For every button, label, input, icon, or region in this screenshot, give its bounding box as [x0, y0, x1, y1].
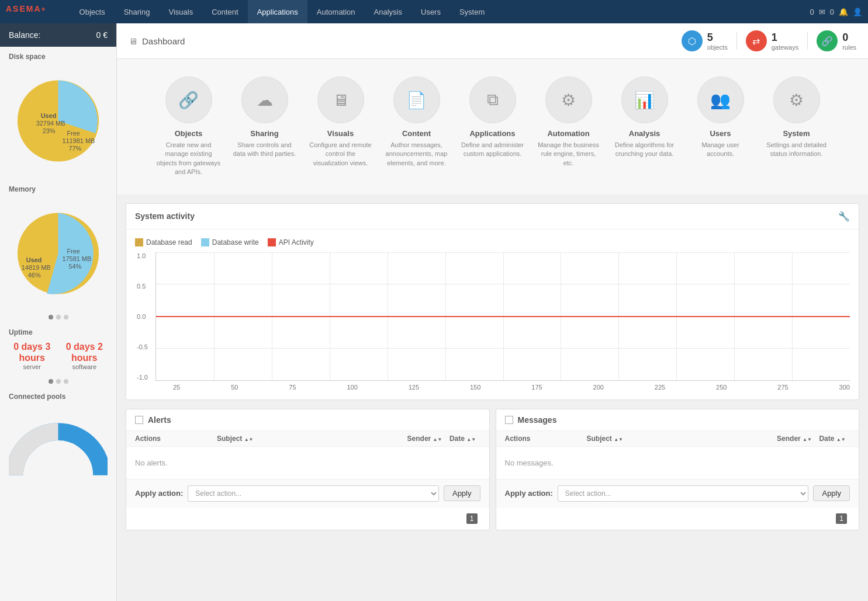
dot-3[interactable] [64, 315, 68, 319]
grid-line-5 [156, 380, 850, 381]
gateways-count: 1 [772, 32, 798, 44]
icon-sharing[interactable]: ☁ Sharing Share controls and data with t… [233, 77, 297, 177]
nav-users[interactable]: Users [411, 0, 450, 23]
x-label-250: 250 [716, 384, 727, 391]
nav-right: 0 ✉ 0 🔔 👤 [810, 8, 862, 16]
svg-text:111981 MB: 111981 MB [62, 137, 95, 144]
dot-1[interactable] [49, 315, 53, 319]
wrench-icon[interactable]: 🔧 [838, 211, 850, 222]
disk-pie-container: Used 32794 MB 23% Free 111981 MB 77% [9, 65, 108, 176]
y-label-3: 0.0 [137, 313, 148, 320]
icon-system[interactable]: ⚙ System Settings and detailed status in… [765, 77, 829, 177]
messages-apply-button[interactable]: Apply [813, 485, 850, 501]
messages-sort-arrows[interactable]: ▲▼ [614, 437, 623, 442]
rules-icon: 🔗 [817, 30, 838, 51]
objects-icon: ⬡ [682, 30, 703, 51]
messages-checkbox[interactable] [505, 416, 513, 424]
alerts-col-subject-text: Subject [217, 435, 242, 443]
alerts-sender-sort[interactable]: ▲▼ [433, 437, 442, 442]
user-icon[interactable]: 👤 [853, 8, 862, 16]
dot-5[interactable] [56, 379, 61, 384]
svg-text:54%: 54% [68, 263, 81, 270]
y-label-4: -0.5 [137, 343, 148, 350]
memory-title: Memory [9, 185, 108, 193]
alerts-action-select[interactable]: Select action... [188, 485, 439, 502]
uptime-row: 0 days 3 hours server 0 days 2 hours sof… [9, 341, 108, 370]
svg-text:46%: 46% [28, 272, 41, 279]
dashboard-title: 🖥 Dashboard [129, 36, 185, 46]
icon-analysis[interactable]: 📊 Analysis Define algorithms for crunchi… [613, 77, 677, 177]
stat-objects: ⬡ 5 objects [682, 30, 728, 51]
system-circle-icon: ⚙ [773, 77, 820, 123]
software-uptime-line1: 0 days 2 [61, 341, 108, 352]
nav-messages-count: 0 [810, 8, 814, 16]
messages-apply-row: Apply action: Select action... Apply [496, 479, 859, 508]
alerts-date-sort[interactable]: ▲▼ [466, 437, 476, 442]
sidebar-pagination-1 [0, 312, 116, 322]
pools-pie-container [9, 405, 108, 487]
system-icon-desc: Settings and detailed status information… [765, 141, 829, 159]
nav-visuals[interactable]: Visuals [159, 0, 202, 23]
icon-applications[interactable]: ⧉ Applications Define and administer cus… [461, 77, 525, 177]
messages-sender-sort[interactable]: ▲▼ [803, 437, 812, 442]
alerts-col-subject: Subject ▲▼ [217, 435, 404, 443]
legend-db-read-color [135, 238, 143, 246]
legend-db-write-color [201, 238, 209, 246]
pools-chart [9, 411, 108, 481]
logo-text: ASEMA [6, 4, 42, 13]
nav-automation[interactable]: Automation [307, 0, 365, 23]
dot-2[interactable] [56, 315, 61, 319]
messages-col-subject: Subject ▲▼ [587, 435, 774, 443]
applications-icon-desc: Define and administer custom application… [461, 141, 525, 159]
dot-6[interactable] [64, 379, 68, 384]
server-uptime-line1: 0 days 3 [9, 341, 56, 352]
legend-api: API Activity [268, 238, 314, 246]
objects-label: objects [707, 44, 728, 51]
nav-analysis[interactable]: Analysis [365, 0, 411, 23]
messages-date-sort[interactable]: ▲▼ [836, 437, 846, 442]
connected-pools-section: Connected pools [0, 387, 116, 490]
nav-objects[interactable]: Objects [70, 0, 115, 23]
content-circle-icon: 📄 [393, 77, 440, 123]
icon-objects[interactable]: 🔗 Objects Create new and manage existing… [157, 77, 221, 177]
icon-users[interactable]: 👥 Users Manage user accounts. [689, 77, 753, 177]
nav-content[interactable]: Content [202, 0, 248, 23]
nav-applications[interactable]: Applications [248, 0, 307, 23]
alerts-panel: Alerts Actions Subject ▲▼ Sender ▲▼ Date… [126, 409, 490, 530]
messages-footer: 1 [496, 508, 859, 530]
monitor-icon: 🖥 [129, 36, 137, 46]
x-label-125: 125 [409, 384, 419, 391]
icon-content[interactable]: 📄 Content Author messages, announcements… [385, 77, 449, 177]
icon-automation[interactable]: ⚙ Automation Manage the business rule en… [537, 77, 601, 177]
icon-grid: 🔗 Objects Create new and manage existing… [117, 59, 868, 194]
chart-wrapper: 1.0 0.5 0.0 -0.5 -1.0 [155, 252, 850, 391]
messages-empty: No messages. [496, 447, 859, 479]
content-icon-desc: Author messages, announcements, map elem… [385, 141, 449, 168]
messages-col-subject-text: Subject [587, 435, 612, 443]
alerts-apply-button[interactable]: Apply [444, 485, 480, 501]
sharing-icon-name: Sharing [250, 129, 278, 138]
chart-y-area: 1.0 0.5 0.0 -0.5 -1.0 [155, 252, 850, 381]
mem-pie-chart: Used 14819 MB 46% Free 17581 MB 54% [9, 204, 108, 303]
svg-text:17581 MB: 17581 MB [62, 255, 91, 262]
objects-stat-text: 5 objects [707, 32, 728, 51]
icon-visuals[interactable]: 🖥 Visuals Configure and remote control t… [309, 77, 373, 177]
y-label-1: 1.0 [137, 252, 148, 259]
dot-4[interactable] [49, 379, 53, 384]
nav-sharing[interactable]: Sharing [115, 0, 160, 23]
legend-db-read-label: Database read [146, 238, 192, 246]
uptime-section: Uptime 0 days 3 hours server 0 days 2 ho… [0, 322, 116, 376]
nav-system[interactable]: System [450, 0, 494, 23]
alerts-col-actions: Actions [135, 435, 217, 443]
x-label-75: 75 [289, 384, 296, 391]
messages-action-select[interactable]: Select action... [558, 485, 809, 502]
objects-icon-name: Objects [175, 129, 203, 138]
server-uptime-line2: hours [9, 352, 56, 363]
alerts-table-header: Actions Subject ▲▼ Sender ▲▼ Date ▲▼ [126, 431, 489, 447]
alerts-sort-arrows[interactable]: ▲▼ [244, 437, 254, 442]
x-label-300: 300 [839, 384, 850, 391]
y-label-2: 0.5 [137, 283, 148, 290]
automation-icon-desc: Manage the business rule engine, timers,… [537, 141, 601, 168]
alerts-header: Alerts [126, 409, 489, 431]
alerts-checkbox[interactable] [135, 416, 143, 424]
